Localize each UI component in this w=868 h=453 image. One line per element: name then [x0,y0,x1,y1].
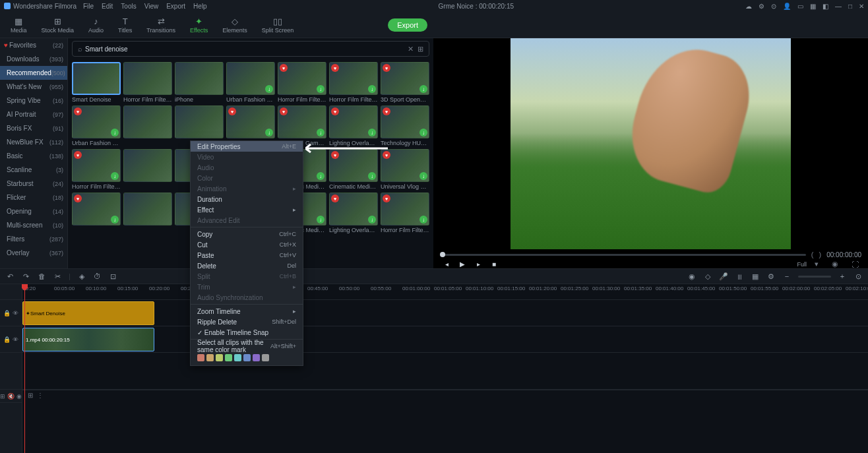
user-icon[interactable]: 👤 [783,3,791,10]
color-swatch[interactable] [225,354,232,361]
effect-clip[interactable]: ✦ Smart Denoise [22,301,154,325]
bracket-out-icon[interactable]: ) [819,251,822,258]
ctx-copy[interactable]: CopyCtrl+C [191,229,303,239]
sidebar-item-filters[interactable]: Filters(287) [0,232,67,246]
marker-button[interactable]: ◈ [77,272,86,281]
color-swatch[interactable] [253,354,260,361]
sidebar-item-multi-screen[interactable]: Multi-screen(10) [0,218,67,232]
cloud-icon[interactable]: ☁ [745,3,752,10]
maximize-icon[interactable]: □ [848,3,852,10]
tab-media[interactable]: ▦Media [5,15,32,35]
tab-stock-media[interactable]: ⊞Stock Media [36,15,80,35]
download-badge-icon[interactable]: ↓ [368,85,376,93]
sidebar-item-overlay[interactable]: Overlay(367) [0,246,67,260]
tab-effects[interactable]: ✦Effects [185,15,213,35]
ctx-select-all-clips-with-the-same-color-mark[interactable]: Select all clips with the same color mar… [191,341,303,351]
sidebar-item-downloads[interactable]: Downloads(393) [0,52,67,66]
download-badge-icon[interactable]: ↓ [419,216,427,224]
grid-view-icon[interactable]: ⊞ [418,45,423,53]
marker2-button[interactable]: ◇ [703,272,712,281]
color-swatch[interactable] [243,354,251,361]
track-head-video[interactable]: 🔒👁 [0,326,22,353]
ctx-cut[interactable]: CutCtrl+X [191,239,303,250]
video-track[interactable]: 1.mp4 00:00:20:15 [22,326,868,353]
ctx-duration[interactable]: Duration [191,194,303,204]
close-icon[interactable]: ✕ [859,3,864,10]
lock-icon[interactable]: 🔒 [3,336,11,343]
effect-cell[interactable]: ♥↓Urban Fashion Pack Over... [72,106,121,146]
tracks-icon[interactable]: ▦ [751,272,760,281]
settings-icon[interactable]: ⚙ [759,3,764,10]
tab-split-screen[interactable]: ▯▯Split Screen [257,15,299,35]
effect-cell[interactable]: ♥↓Horror Film Filter Pack O... [381,193,429,233]
redo-button[interactable]: ↷ [21,272,30,281]
effect-track[interactable]: ✦ Smart Denoise [22,300,868,326]
search-input[interactable] [85,45,408,53]
sidebar-item-starburst[interactable]: Starburst(24) [0,177,67,191]
download-badge-icon[interactable]: ↓ [111,129,119,136]
sidebar-item-recommended[interactable]: Recommended(500) [0,66,67,80]
effect-cell[interactable]: ♥↓3D Sport Opener Pack O... [381,62,429,103]
chevron-down-icon[interactable]: ▾ [815,260,819,268]
sidebar-item-what-s-new[interactable]: What's New(955) [0,80,67,94]
color-swatch[interactable] [234,354,241,361]
track-options-icon[interactable]: ⋮ [37,392,44,399]
eye-icon[interactable]: 👁 [13,310,18,317]
sidebar-item-opening[interactable]: Opening(14) [0,204,67,218]
undo-button[interactable]: ↶ [5,272,15,281]
prev-frame-button[interactable]: ◂ [443,260,450,268]
bracket-in-icon[interactable]: ( [811,251,814,258]
monitor-icon[interactable]: ▭ [797,3,803,10]
effect-cell[interactable]: ♥↓Cinematic Media Opener ... [329,149,378,190]
sidebar-item-scanline[interactable]: Scanline(3) [0,163,67,177]
lock-icon[interactable]: 🔒 [3,310,11,317]
fullscreen-icon[interactable]: ⛶ [852,260,859,268]
ctx-edit-properties[interactable]: Edit PropertiesAlt+E [191,141,303,152]
download-badge-icon[interactable]: ↓ [111,172,119,180]
playhead[interactable] [24,284,25,453]
fit-icon[interactable]: ⊙ [853,272,863,281]
download-badge-icon[interactable]: ↓ [317,172,325,180]
color-swatch[interactable] [206,354,214,361]
tab-elements[interactable]: ◇Elements [217,15,253,35]
account-icon[interactable]: ◧ [822,3,828,10]
sidebar-item-ai-portrait[interactable]: AI Portrait(97) [0,107,67,121]
export-button[interactable]: Export [388,18,427,32]
timeline-ruler[interactable]: 00:2000:05:0000:10:0000:15:0000:20:0000:… [22,284,868,300]
effect-cell[interactable]: Smart Denoise [72,62,121,103]
sidebar-item-flicker[interactable]: Flicker(18) [0,191,67,204]
snapshot-icon[interactable]: ◉ [832,260,838,268]
download-badge-icon[interactable]: ↓ [317,129,325,136]
effect-cell[interactable] [123,106,172,146]
download-badge-icon[interactable]: ↓ [368,172,376,180]
sidebar-item-basic[interactable]: Basic(138) [0,149,67,163]
settings2-icon[interactable]: ⚙ [766,272,776,281]
play-button[interactable]: ▶ [458,260,466,268]
headphones-icon[interactable]: ⊙ [771,3,776,10]
color-swatch[interactable] [216,354,223,361]
mute-icon[interactable]: 🔇 [7,393,15,400]
effect-cell[interactable]: ♥↓ [72,193,121,233]
mixer-icon[interactable]: ⫼ [735,272,744,281]
menu-edit[interactable]: Edit [102,3,113,10]
add-track-icon[interactable]: ⊞ [28,392,33,399]
download-badge-icon[interactable]: ↓ [111,216,119,224]
effect-cell[interactable]: ♥↓Horror Film Filter Pack O... [278,62,326,103]
download-badge-icon[interactable]: ↓ [419,172,427,180]
ctx-effect[interactable]: Effect▸ [191,204,303,215]
tab-titles[interactable]: TTitles [113,15,137,35]
effect-cell[interactable]: ♥↓Lighting Overlay Overlay ... [329,106,378,146]
download-badge-icon[interactable]: ↓ [265,129,273,136]
minimize-icon[interactable]: — [835,3,842,10]
zoomout-icon[interactable]: − [782,272,791,281]
preview-scrubber[interactable] [440,254,806,256]
download-badge-icon[interactable]: ↓ [368,129,376,136]
ctx-ripple-delete[interactable]: Ripple DeleteShift+Del [191,317,303,327]
next-frame-button[interactable]: ▸ [474,260,482,268]
effect-cell[interactable] [123,193,172,233]
menu-export[interactable]: Export [166,3,185,10]
download-badge-icon[interactable]: ↓ [265,85,273,93]
stop-button[interactable]: ■ [490,260,498,268]
download-badge-icon[interactable]: ↓ [368,216,376,224]
track-head-audio[interactable]: ⊞🔇◉ [0,390,22,403]
